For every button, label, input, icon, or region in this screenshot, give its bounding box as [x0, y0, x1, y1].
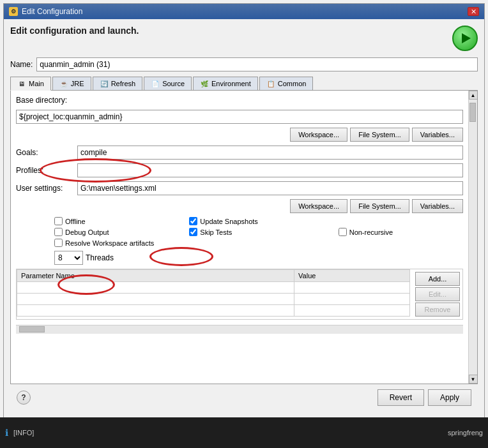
offline-label: Offline	[65, 218, 86, 225]
user-settings-input[interactable]	[77, 181, 463, 195]
scrollbar-down-button[interactable]: ▼	[469, 375, 478, 384]
jre-tab-icon: ☕	[59, 79, 68, 88]
tab-refresh-label: Refresh	[111, 80, 136, 87]
dialog-icon: ⚙	[9, 7, 18, 16]
help-button[interactable]: ?	[17, 391, 31, 405]
goals-row: Goals:	[16, 146, 463, 160]
non-recursive-checkbox[interactable]	[339, 228, 347, 236]
tab-main[interactable]: 🖥 Main	[10, 77, 51, 91]
dialog-subtitle: Edit configuration and launch.	[10, 26, 139, 36]
dialog-title: Edit Configuration	[22, 7, 82, 16]
title-bar: ⚙ Edit Configuration ✕	[4, 4, 484, 19]
param-name-cell-3	[17, 305, 294, 317]
bottom-right-buttons: Revert Apply	[377, 389, 471, 406]
profiles-row: Profiles:	[16, 163, 463, 177]
threads-select[interactable]: 1 2 4 8 16	[54, 251, 83, 265]
param-value-cell	[294, 282, 410, 294]
offline-checkbox[interactable]	[54, 217, 63, 225]
tab-environment[interactable]: 🌿 Environment	[193, 77, 258, 90]
update-snapshots-checkbox-item: Update Snapshots	[189, 217, 328, 225]
non-recursive-checkbox-item: Non-recursive	[339, 228, 463, 236]
workspace-button-2[interactable]: Workspace...	[290, 199, 347, 213]
scrollbar-thumb	[469, 103, 476, 122]
param-value-cell-3	[294, 305, 410, 317]
tab-jre[interactable]: ☕ JRE	[52, 77, 91, 90]
goals-label: Goals:	[16, 148, 73, 157]
resolve-workspace-checkbox[interactable]	[54, 239, 63, 247]
name-label: Name:	[10, 60, 33, 69]
param-table-container: Parameter Name Value	[17, 269, 410, 319]
resolve-workspace-label: Resolve Workspace artifacts	[65, 239, 154, 247]
param-value-header: Value	[294, 270, 410, 282]
profiles-input[interactable]	[77, 163, 463, 177]
user-settings-label: User settings:	[16, 184, 73, 193]
param-action-buttons: Add... Edit... Remove	[413, 269, 462, 319]
filesystem-button-1[interactable]: File System...	[350, 128, 409, 142]
checkboxes-grid: Offline Update Snapshots Debug Output Sk…	[16, 217, 463, 247]
run-triangle-icon	[462, 33, 471, 43]
param-name-cell-2	[17, 294, 294, 305]
edit-button[interactable]: Edit...	[415, 287, 460, 301]
name-input[interactable]	[36, 57, 478, 71]
workspace-button-1[interactable]: Workspace...	[290, 128, 347, 142]
console-info-text: [INFO]	[13, 429, 34, 437]
add-button[interactable]: Add...	[415, 272, 460, 286]
scrollbar-up-button[interactable]: ▲	[469, 91, 478, 100]
param-name-cell	[17, 282, 294, 294]
tab-refresh[interactable]: 🔄 Refresh	[93, 77, 143, 90]
edit-configuration-dialog: ⚙ Edit Configuration ✕ Edit configuratio…	[3, 3, 485, 418]
dialog-header: Edit configuration and launch.	[10, 26, 478, 51]
close-button[interactable]: ✕	[468, 7, 479, 16]
threads-row: 1 2 4 8 16 Threads	[16, 251, 463, 265]
base-dir-buttons: Workspace... File System... Variables...	[16, 128, 463, 142]
tab-jre-label: JRE	[71, 80, 84, 87]
param-table-body	[17, 282, 410, 317]
debug-output-label: Debug Output	[65, 228, 109, 236]
skip-tests-checkbox-item: Skip Tests	[189, 228, 328, 236]
param-empty-row-2	[17, 294, 410, 305]
h-scrollbar-thumb	[19, 326, 45, 332]
base-directory-input[interactable]	[16, 110, 463, 124]
name-row: Name:	[10, 57, 478, 71]
remove-button[interactable]: Remove	[415, 302, 460, 317]
tab-main-label: Main	[29, 80, 44, 87]
scrollbar-track	[469, 100, 478, 375]
common-tab-icon: 📋	[266, 79, 275, 88]
dialog-content: Edit configuration and launch. Name: 🖥 M…	[4, 19, 484, 417]
update-snapshots-checkbox[interactable]	[189, 217, 197, 225]
profiles-label: Profiles:	[16, 166, 73, 175]
param-empty-row-3	[17, 305, 410, 317]
variables-button-1[interactable]: Variables...	[412, 128, 463, 142]
update-snapshots-label: Update Snapshots	[200, 218, 258, 225]
non-recursive-label: Non-recursive	[349, 228, 393, 236]
param-name-header: Parameter Name	[17, 270, 294, 282]
user-settings-row: User settings:	[16, 181, 463, 195]
tab-env-label: Environment	[211, 80, 251, 87]
dialog-bottom: ? Revert Apply	[10, 384, 478, 411]
refresh-tab-icon: 🔄	[100, 79, 109, 88]
tab-source-label: Source	[162, 80, 185, 87]
main-panel-inner: Base directory: Workspace... File System…	[11, 91, 468, 384]
main-panel: Base directory: Workspace... File System…	[10, 91, 478, 384]
main-tab-icon: 🖥	[17, 79, 26, 88]
env-tab-icon: 🌿	[200, 79, 209, 88]
tab-source[interactable]: 📄 Source	[144, 77, 192, 90]
title-bar-left: ⚙ Edit Configuration	[9, 7, 82, 16]
threads-label: Threads	[86, 253, 114, 262]
skip-tests-checkbox[interactable]	[189, 228, 197, 236]
variables-button-2[interactable]: Variables...	[412, 199, 463, 213]
source-tab-icon: 📄	[151, 79, 160, 88]
vertical-scrollbar[interactable]: ▲ ▼	[468, 91, 477, 384]
horizontal-scrollbar[interactable]	[16, 325, 463, 334]
base-directory-row	[16, 110, 463, 124]
filesystem-button-2[interactable]: File System...	[350, 199, 409, 213]
offline-checkbox-item: Offline	[54, 217, 179, 225]
param-value-cell-2	[294, 294, 410, 305]
run-button[interactable]	[452, 26, 478, 51]
tab-common[interactable]: 📋 Common	[259, 77, 314, 90]
revert-button[interactable]: Revert	[377, 389, 424, 406]
goals-input[interactable]	[77, 146, 463, 160]
debug-output-checkbox-item: Debug Output	[54, 228, 179, 236]
debug-output-checkbox[interactable]	[54, 228, 63, 236]
apply-button[interactable]: Apply	[428, 389, 471, 406]
